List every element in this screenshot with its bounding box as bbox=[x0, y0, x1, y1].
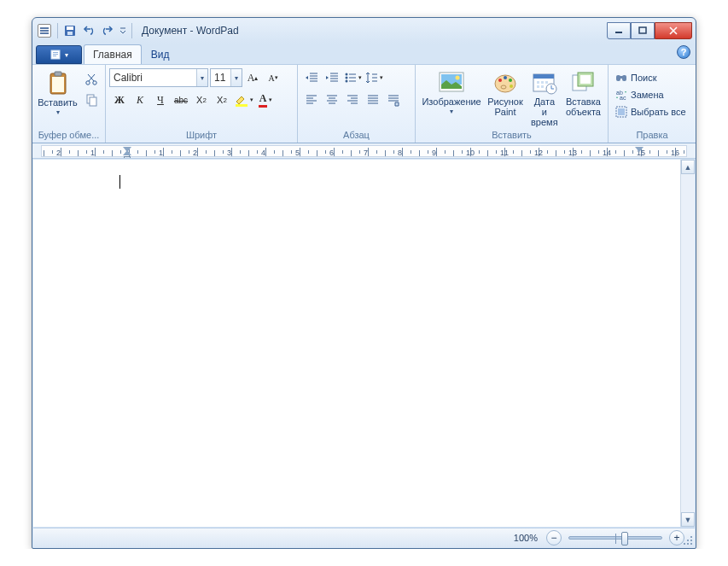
insert-object-button[interactable]: Вставка объекта bbox=[562, 67, 604, 120]
application-menu-button[interactable]: ▾ bbox=[36, 45, 82, 64]
highlight-color-button[interactable]: ▾ bbox=[233, 90, 254, 109]
group-clipboard: Вставить ▾ Буфер обме... bbox=[32, 65, 106, 143]
svg-rect-10 bbox=[52, 77, 64, 92]
save-icon bbox=[63, 24, 77, 38]
zoom-out-button[interactable]: − bbox=[546, 530, 562, 546]
outdent-icon bbox=[305, 71, 318, 85]
superscript-button[interactable]: X2 bbox=[213, 90, 231, 109]
svg-point-28 bbox=[501, 85, 506, 89]
replace-button[interactable]: abacЗамена bbox=[612, 86, 689, 103]
align-right-icon bbox=[346, 93, 359, 107]
qat-save-button[interactable] bbox=[61, 21, 79, 40]
group-font: Calibri ▾ 11 ▾ A▴ A▾ Ж К Ч abc X2 bbox=[106, 65, 298, 143]
select-all-button[interactable]: Выбрать все bbox=[612, 103, 689, 120]
vertical-scrollbar[interactable]: ▲ ▼ bbox=[680, 160, 695, 527]
qat-undo-button[interactable] bbox=[79, 21, 98, 40]
app-window: Документ - WordPad ▾ Главная Вид ? Встав… bbox=[32, 17, 696, 549]
svg-point-27 bbox=[510, 85, 513, 88]
svg-point-13 bbox=[93, 81, 96, 85]
chevron-down-icon: ▾ bbox=[65, 51, 68, 59]
svg-point-18 bbox=[346, 77, 348, 79]
close-button[interactable] bbox=[655, 22, 692, 39]
select-all-icon bbox=[615, 106, 627, 118]
tab-home[interactable]: Главная bbox=[84, 44, 142, 64]
font-size-combo[interactable]: 11 ▾ bbox=[210, 68, 242, 87]
horizontal-ruler[interactable]: 2112345678910111213141516 bbox=[32, 143, 696, 159]
clipboard-icon bbox=[45, 71, 71, 96]
copy-icon bbox=[84, 93, 98, 107]
svg-point-19 bbox=[346, 80, 348, 83]
qat-customize-button[interactable] bbox=[117, 21, 129, 40]
maximize-button[interactable] bbox=[631, 22, 655, 39]
chevron-down-icon: ▾ bbox=[56, 108, 60, 118]
svg-point-24 bbox=[498, 79, 502, 82]
svg-rect-37 bbox=[620, 76, 623, 79]
align-center-button[interactable] bbox=[323, 90, 341, 109]
document-area[interactable]: ▲ ▼ bbox=[33, 160, 695, 527]
subscript-button[interactable]: X2 bbox=[192, 90, 211, 109]
svg-rect-30 bbox=[533, 74, 554, 79]
scroll-down-button[interactable]: ▼ bbox=[681, 512, 695, 527]
separator bbox=[131, 23, 132, 38]
increase-indent-button[interactable] bbox=[323, 68, 341, 87]
svg-point-26 bbox=[509, 79, 512, 82]
cut-button[interactable] bbox=[82, 70, 101, 89]
undo-icon bbox=[82, 24, 96, 38]
copy-button[interactable] bbox=[82, 90, 101, 109]
shrink-font-button[interactable]: A▾ bbox=[264, 68, 282, 87]
italic-button[interactable]: К bbox=[131, 90, 149, 109]
insert-datetime-button[interactable]: Дата и время bbox=[527, 67, 562, 130]
underline-button[interactable]: Ч bbox=[151, 90, 170, 109]
group-title-insert: Вставить bbox=[416, 130, 608, 143]
font-color-button[interactable]: A▾ bbox=[256, 90, 275, 109]
insert-datetime-label: Дата и время bbox=[531, 96, 558, 127]
insert-picture-button[interactable]: Изображение ▾ bbox=[419, 67, 484, 120]
indent-icon bbox=[325, 71, 339, 85]
bullets-icon bbox=[344, 71, 358, 85]
bold-button[interactable]: Ж bbox=[110, 90, 129, 109]
svg-rect-11 bbox=[55, 72, 61, 76]
redo-icon bbox=[101, 24, 114, 38]
grow-font-button[interactable]: A▴ bbox=[243, 68, 262, 87]
window-title: Документ - WordPad bbox=[142, 25, 607, 37]
minimize-button[interactable] bbox=[607, 22, 631, 39]
svg-rect-3 bbox=[615, 32, 622, 33]
paste-button[interactable]: Вставить ▾ bbox=[36, 67, 79, 120]
ribbon-tabs: ▾ Главная Вид ? bbox=[32, 44, 696, 64]
system-menu-icon[interactable] bbox=[38, 24, 51, 38]
find-button[interactable]: Поиск bbox=[612, 69, 689, 86]
ribbon: Вставить ▾ Буфер обме... Calibri ▾ bbox=[32, 64, 696, 143]
decrease-indent-button[interactable] bbox=[302, 68, 321, 87]
scroll-up-button[interactable]: ▲ bbox=[681, 160, 695, 174]
align-center-icon bbox=[325, 93, 339, 107]
align-justify-icon bbox=[366, 93, 380, 107]
scissors-icon bbox=[84, 73, 98, 86]
insert-paint-button[interactable]: Рисунок Paint bbox=[484, 67, 527, 120]
resize-grip[interactable] bbox=[683, 535, 693, 546]
replace-icon: abac bbox=[615, 89, 627, 101]
strikethrough-button[interactable]: abc bbox=[172, 90, 190, 109]
svg-rect-15 bbox=[90, 97, 96, 106]
font-family-value: Calibri bbox=[110, 72, 196, 84]
zoom-slider[interactable] bbox=[568, 536, 662, 540]
paragraph-dialog-button[interactable] bbox=[384, 90, 403, 109]
tab-view[interactable]: Вид bbox=[142, 44, 179, 64]
zoom-level: 100% bbox=[514, 533, 538, 543]
group-paragraph: ▾ ▾ Абзац bbox=[298, 65, 416, 143]
picture-icon bbox=[439, 72, 464, 94]
group-insert: Изображение ▾ Рисунок Paint Дата и время… bbox=[416, 65, 609, 143]
font-family-combo[interactable]: Calibri ▾ bbox=[109, 68, 208, 87]
bullet-list-button[interactable]: ▾ bbox=[343, 68, 363, 87]
qat-redo-button[interactable] bbox=[98, 21, 117, 40]
align-justify-button[interactable] bbox=[364, 90, 382, 109]
title-bar: Документ - WordPad bbox=[32, 18, 696, 44]
line-spacing-button[interactable]: ▾ bbox=[364, 68, 384, 87]
chevron-down-icon bbox=[119, 27, 126, 34]
svg-point-17 bbox=[346, 73, 348, 76]
help-button[interactable]: ? bbox=[677, 45, 690, 59]
line-spacing-icon bbox=[365, 71, 379, 85]
align-left-button[interactable] bbox=[302, 90, 321, 109]
align-right-button[interactable] bbox=[343, 90, 362, 109]
insert-picture-label: Изображение bbox=[422, 96, 480, 107]
align-left-icon bbox=[305, 93, 318, 107]
